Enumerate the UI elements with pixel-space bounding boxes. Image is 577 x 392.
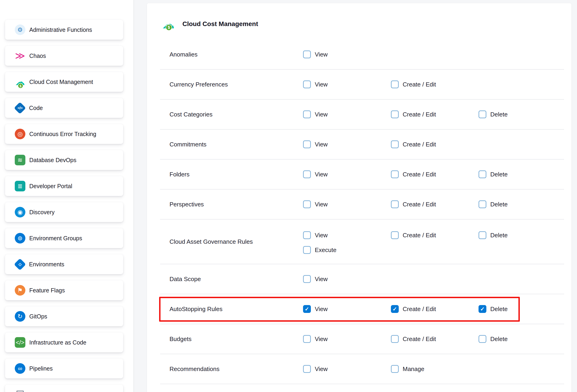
- environments-icon-glyph: ◇: [18, 262, 21, 266]
- environment-groups-icon-glyph: ⊚: [18, 235, 23, 241]
- sidebar-item-label: Environments: [29, 261, 64, 268]
- checkbox-delete[interactable]: ✓: [478, 305, 486, 313]
- sidebar-item-environment-groups[interactable]: ⊚Environment Groups: [5, 228, 123, 248]
- resource-label: Budgets: [160, 335, 303, 343]
- permission-cell: ✓View: [303, 294, 391, 324]
- checkbox-create-edit[interactable]: [391, 80, 399, 88]
- checkbox-create-edit[interactable]: [391, 110, 399, 118]
- content-background: ☁$ Cloud Cost Management AnomaliesViewCu…: [134, 0, 577, 392]
- sidebar-item-developer-portal[interactable]: ≣Developer Portal: [5, 176, 123, 196]
- checkbox-view[interactable]: ✓: [303, 305, 311, 313]
- permission-option-view[interactable]: View: [303, 170, 391, 178]
- infrastructure-as-code-icon: </>: [15, 337, 25, 348]
- sidebar-item-policies[interactable]: ☑Policies: [5, 385, 123, 392]
- checkbox-delete[interactable]: [478, 170, 486, 178]
- permission-option-delete[interactable]: Delete: [478, 231, 564, 239]
- checkbox-create-edit[interactable]: [391, 141, 399, 148]
- gitops-icon: ↻: [15, 311, 25, 322]
- permission-cell: Delete: [478, 219, 564, 264]
- checkbox-view[interactable]: [303, 170, 311, 178]
- sidebar-item-cloud-cost-management[interactable]: ☁$Cloud Cost Management: [5, 72, 123, 92]
- permission-option-execute[interactable]: Execute: [303, 246, 391, 254]
- permission-option-view[interactable]: View: [303, 275, 391, 283]
- permission-option-delete[interactable]: Delete: [478, 335, 564, 343]
- checkbox-execute[interactable]: [303, 246, 311, 254]
- checkbox-delete[interactable]: [478, 335, 486, 343]
- permission-option-create-edit[interactable]: ✓Create / Edit: [391, 305, 478, 313]
- code-icon: </>: [14, 102, 26, 114]
- permission-option-delete[interactable]: Delete: [478, 200, 564, 208]
- sidebar-item-feature-flags[interactable]: ⚑Feature Flags: [5, 280, 123, 300]
- permission-option-label: Delete: [490, 232, 507, 239]
- permission-row-folders: FoldersViewCreate / EditDelete: [160, 160, 564, 189]
- checkbox-delete[interactable]: [478, 200, 486, 208]
- sidebar-item-database-devops[interactable]: ≋Database DevOps: [5, 150, 123, 170]
- checkbox-view[interactable]: [303, 200, 311, 208]
- sidebar-item-infrastructure-as-code[interactable]: </>Infrastructure as Code: [5, 332, 123, 352]
- checkbox-view[interactable]: [303, 110, 311, 118]
- checkbox-manage[interactable]: [391, 365, 399, 373]
- permission-option-create-edit[interactable]: Create / Edit: [391, 170, 478, 178]
- permission-option-create-edit[interactable]: Create / Edit: [391, 141, 478, 148]
- permission-option-create-edit[interactable]: Create / Edit: [391, 80, 478, 88]
- permission-option-view[interactable]: View: [303, 50, 391, 58]
- permission-row-cost-categories: Cost CategoriesViewCreate / EditDelete: [160, 100, 564, 130]
- permission-cell: View: [303, 130, 391, 159]
- checkmark-icon: ✓: [480, 306, 485, 312]
- sidebar-item-discovery[interactable]: ◉Discovery: [5, 202, 123, 222]
- feature-flags-icon-glyph: ⚑: [17, 287, 23, 293]
- sidebar-item-continuous-error-tracking[interactable]: ◎Continuous Error Tracking: [5, 124, 123, 144]
- permission-option-label: View: [315, 365, 328, 373]
- permission-option-manage[interactable]: Manage: [391, 365, 478, 373]
- permission-option-view[interactable]: ✓View: [303, 305, 391, 313]
- checkbox-view[interactable]: [303, 141, 311, 148]
- checkbox-view[interactable]: [303, 50, 311, 58]
- sidebar-item-label: Continuous Error Tracking: [29, 131, 96, 138]
- checkbox-view[interactable]: [303, 80, 311, 88]
- sidebar-item-pipelines[interactable]: ∞Pipelines: [5, 358, 123, 378]
- permission-option-view[interactable]: View: [303, 231, 391, 239]
- checkbox-delete[interactable]: [478, 231, 486, 239]
- sidebar-item-code[interactable]: </>Code: [5, 98, 123, 118]
- sidebar-item-environments[interactable]: ◇Environments: [5, 254, 123, 274]
- sidebar-item-administrative-functions[interactable]: ⚙Administrative Functions: [5, 20, 123, 40]
- permission-option-create-edit[interactable]: Create / Edit: [391, 200, 478, 208]
- permission-cell: View: [303, 70, 391, 99]
- permission-option-view[interactable]: View: [303, 335, 391, 343]
- permission-option-view[interactable]: View: [303, 200, 391, 208]
- checkbox-create-edit[interactable]: ✓: [391, 305, 399, 313]
- sidebar-item-label: Code: [29, 105, 43, 111]
- permission-option-view[interactable]: View: [303, 80, 391, 88]
- resource-label: Cost Categories: [160, 111, 303, 118]
- checkbox-delete[interactable]: [478, 110, 486, 118]
- permission-option-view[interactable]: View: [303, 110, 391, 118]
- permission-option-delete[interactable]: ✓Delete: [478, 305, 564, 313]
- checkbox-view[interactable]: [303, 275, 311, 283]
- checkbox-create-edit[interactable]: [391, 200, 399, 208]
- checkbox-create-edit[interactable]: [391, 170, 399, 178]
- panel-header: ☁$ Cloud Cost Management: [162, 18, 258, 30]
- permission-cell: Create / Edit: [391, 70, 478, 99]
- permission-option-view[interactable]: View: [303, 141, 391, 148]
- resource-label: Cloud Asset Governance Rules: [160, 238, 303, 245]
- checkbox-create-edit[interactable]: [391, 335, 399, 343]
- permission-option-create-edit[interactable]: Create / Edit: [391, 231, 478, 239]
- permission-cell: Delete: [478, 160, 564, 189]
- permission-cell: [391, 264, 478, 294]
- sidebar-item-chaos[interactable]: ≫Chaos: [5, 46, 123, 66]
- permission-option-create-edit[interactable]: Create / Edit: [391, 335, 478, 343]
- sidebar-item-gitops[interactable]: ↻GitOps: [5, 306, 123, 326]
- checkbox-view[interactable]: [303, 335, 311, 343]
- permission-row-perspectives: PerspectivesViewCreate / EditDelete: [160, 189, 564, 219]
- permission-option-create-edit[interactable]: Create / Edit: [391, 110, 478, 118]
- permission-option-delete[interactable]: Delete: [478, 170, 564, 178]
- permission-option-view[interactable]: View: [303, 365, 391, 373]
- sidebar-item-label: Pipelines: [29, 365, 53, 372]
- permission-option-label: Create / Edit: [403, 201, 436, 208]
- checkbox-create-edit[interactable]: [391, 231, 399, 239]
- permission-cell: View: [303, 354, 391, 384]
- permission-option-delete[interactable]: Delete: [478, 110, 564, 118]
- checkbox-view[interactable]: [303, 365, 311, 373]
- permission-cell: View: [303, 160, 391, 189]
- checkbox-view[interactable]: [303, 231, 311, 239]
